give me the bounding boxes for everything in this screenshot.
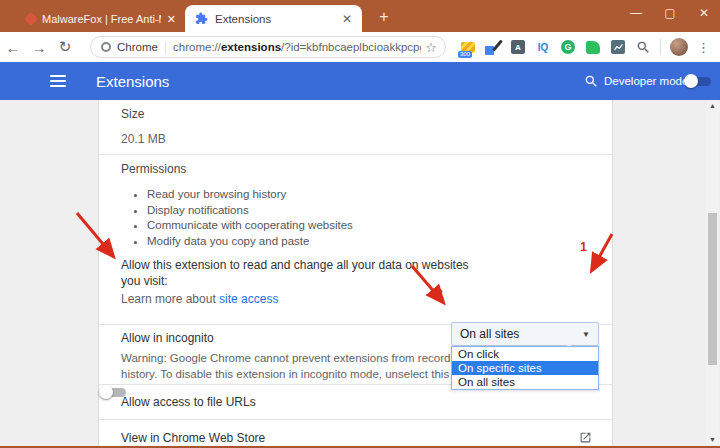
permission-item: Communicate with cooperating websites [147,218,592,234]
file-urls-toggle[interactable] [564,395,592,409]
toolbar-separator [660,39,661,55]
url-rest: /?id=kbfnbcaeplbcioakkpcpgfkobkgh… [281,41,421,53]
minimize-button[interactable]: — [626,2,646,24]
malwarefox-favicon-icon [24,12,38,26]
permissions-title: Permissions [121,162,592,176]
option-on-click[interactable]: On click [452,347,598,361]
scrollbar[interactable]: ▲ ▼ [706,100,719,446]
extensions-header: Extensions Developer mode [0,62,720,100]
permission-item: Read your browsing history [147,187,592,203]
extension-stripes-icon[interactable]: 300 [460,39,476,55]
learn-more-text: Learn more about site access [121,292,592,306]
size-section: Size 20.1 MB [99,100,612,155]
chrome-logo-icon [101,42,111,52]
option-on-specific-sites[interactable]: On specific sites [452,361,598,375]
learn-more-prefix: Learn more about [121,292,219,306]
extension-iq-icon[interactable]: IQ [535,39,551,55]
page-title: Extensions [96,73,169,90]
new-tab-button[interactable]: + [372,5,396,29]
bookmark-star-icon[interactable]: ☆ [425,40,437,55]
browser-menu-icon[interactable]: ⋮ [697,40,710,55]
web-store-title: View in Chrome Web Store [121,431,265,445]
site-access-link[interactable]: site access [219,292,278,306]
size-value: 20.1 MB [121,132,592,146]
incognito-title: Allow in incognito [121,331,592,345]
permissions-list: Read your browsing history Display notif… [147,187,592,249]
extension-a-icon[interactable]: A [510,39,526,55]
url-host: extensions [221,41,281,53]
close-window-button[interactable]: ✕ [694,2,714,24]
extension-detail-card: Size 20.1 MB Permissions Read your brows… [98,100,613,448]
file-urls-title: Allow access to file URLs [121,395,256,409]
extension-badge: 300 [458,51,472,58]
developer-mode-label: Developer mode [604,75,688,87]
extension-chart-icon[interactable] [610,39,626,55]
tab-malwarefox[interactable]: MalwareFox | Free Anti-Malware ✕ [20,6,182,32]
address-bar[interactable]: Chrome | chrome://extensions/?id=kbfnbca… [90,36,446,58]
url-text: chrome://extensions/?id=kbfnbcaeplbcioak… [173,41,421,53]
size-label: Size [121,107,592,121]
url-scheme: chrome:// [173,41,221,53]
evernote-icon[interactable] [585,39,601,55]
permissions-section: Permissions Read your browsing history D… [99,155,612,325]
back-button[interactable]: ← [0,39,26,56]
search-icon[interactable] [584,74,598,92]
browser-toolbar: ← → ↻ Chrome | chrome://extensions/?id=k… [0,32,720,62]
tab-close-icon[interactable]: ✕ [342,12,352,26]
extension-search-icon[interactable] [635,39,651,55]
scrollbar-thumb[interactable] [708,213,717,365]
file-urls-section: Allow access to file URLs [99,385,612,420]
tab-strip: MalwareFox | Free Anti-Malware ✕ Extensi… [0,0,720,32]
tab-title: Extensions [215,13,335,25]
web-store-section[interactable]: View in Chrome Web Store [99,420,612,448]
maximize-button[interactable]: ▢ [660,2,680,24]
forward-button[interactable]: → [26,39,52,56]
site-access-dropdown: On click On specific sites On all sites [451,346,599,390]
extension-pen-icon[interactable] [485,39,501,55]
tab-extensions[interactable]: Extensions ✕ [185,5,362,32]
profile-avatar[interactable] [670,38,688,56]
scroll-down-icon[interactable]: ▼ [706,434,719,446]
hamburger-menu-icon[interactable] [50,72,66,90]
puzzle-favicon-icon [195,12,208,25]
reload-button[interactable]: ↻ [52,38,78,56]
tab-close-icon[interactable]: ✕ [167,13,176,26]
tab-title: MalwareFox | Free Anti-Malware [42,13,161,25]
external-link-icon[interactable] [579,431,592,444]
grammarly-icon[interactable]: G [560,39,576,55]
permission-item: Modify data you copy and paste [147,234,592,250]
url-chip-separator: | [164,40,167,54]
browser-window: MalwareFox | Free Anti-Malware ✕ Extensi… [0,0,720,448]
url-chip-label: Chrome [117,41,158,53]
scroll-up-icon[interactable]: ▲ [706,100,719,112]
permission-item: Display notifications [147,203,592,219]
developer-mode-toggle[interactable] [684,74,712,88]
option-on-all-sites[interactable]: On all sites [452,375,598,389]
site-access-description: Allow this extension to read and change … [121,257,473,289]
